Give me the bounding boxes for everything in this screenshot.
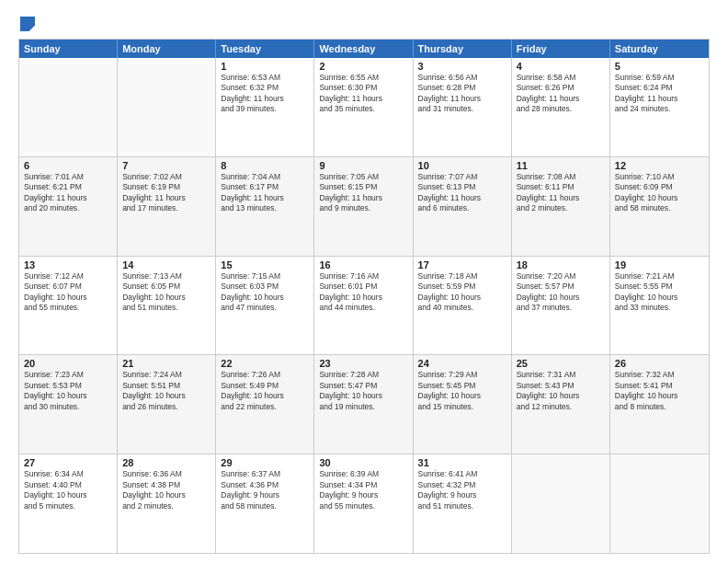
calendar-day-18: 18Sunrise: 7:20 AM Sunset: 5:57 PM Dayli… [512, 257, 610, 355]
calendar-day-21: 21Sunrise: 7:24 AM Sunset: 5:51 PM Dayli… [118, 355, 216, 454]
day-number: 31 [418, 457, 506, 468]
day-number: 3 [418, 61, 506, 72]
calendar-empty-cell [118, 58, 216, 156]
day-number: 14 [122, 259, 210, 270]
calendar-week-1: 1Sunrise: 6:53 AM Sunset: 6:32 PM Daylig… [19, 58, 709, 156]
calendar-day-2: 2Sunrise: 6:55 AM Sunset: 6:30 PM Daylig… [314, 58, 413, 156]
calendar-week-2: 6Sunrise: 7:01 AM Sunset: 6:21 PM Daylig… [19, 156, 709, 256]
day-info: Sunrise: 6:34 AM Sunset: 4:40 PM Dayligh… [24, 469, 112, 511]
day-number: 26 [615, 358, 704, 369]
day-info: Sunrise: 7:12 AM Sunset: 6:07 PM Dayligh… [24, 271, 112, 314]
calendar-day-9: 9Sunrise: 7:05 AM Sunset: 6:15 PM Daylig… [314, 157, 413, 256]
calendar-day-19: 19Sunrise: 7:21 AM Sunset: 5:55 PM Dayli… [610, 257, 709, 355]
logo-icon [20, 17, 35, 31]
calendar-day-24: 24Sunrise: 7:29 AM Sunset: 5:45 PM Dayli… [414, 355, 512, 454]
day-number: 9 [319, 160, 407, 171]
calendar-day-26: 26Sunrise: 7:32 AM Sunset: 5:41 PM Dayli… [610, 355, 709, 454]
day-number: 28 [122, 457, 210, 468]
calendar-day-23: 23Sunrise: 7:28 AM Sunset: 5:47 PM Dayli… [314, 355, 413, 454]
calendar-day-4: 4Sunrise: 6:58 AM Sunset: 6:26 PM Daylig… [512, 58, 610, 156]
day-info: Sunrise: 7:10 AM Sunset: 6:09 PM Dayligh… [615, 172, 704, 214]
calendar-day-12: 12Sunrise: 7:10 AM Sunset: 6:09 PM Dayli… [610, 157, 709, 256]
calendar-empty-cell [19, 58, 118, 156]
day-info: Sunrise: 6:39 AM Sunset: 4:34 PM Dayligh… [319, 469, 407, 511]
calendar-week-4: 20Sunrise: 7:23 AM Sunset: 5:53 PM Dayli… [19, 354, 709, 454]
day-info: Sunrise: 6:56 AM Sunset: 6:28 PM Dayligh… [418, 73, 506, 115]
day-number: 8 [221, 160, 309, 171]
page: SundayMondayTuesdayWednesdayThursdayFrid… [0, 0, 728, 563]
header [18, 17, 710, 31]
calendar-day-7: 7Sunrise: 7:02 AM Sunset: 6:19 PM Daylig… [118, 157, 216, 256]
day-info: Sunrise: 7:28 AM Sunset: 5:47 PM Dayligh… [319, 370, 407, 412]
day-number: 13 [24, 259, 112, 270]
calendar-day-5: 5Sunrise: 6:59 AM Sunset: 6:24 PM Daylig… [610, 58, 709, 156]
day-number: 5 [615, 61, 704, 72]
day-info: Sunrise: 7:32 AM Sunset: 5:41 PM Dayligh… [615, 370, 704, 412]
day-number: 10 [418, 160, 506, 171]
day-info: Sunrise: 7:18 AM Sunset: 5:59 PM Dayligh… [418, 271, 506, 314]
calendar-day-1: 1Sunrise: 6:53 AM Sunset: 6:32 PM Daylig… [216, 58, 314, 156]
calendar: SundayMondayTuesdayWednesdayThursdayFrid… [18, 39, 710, 554]
calendar-empty-cell [610, 454, 709, 553]
calendar-day-16: 16Sunrise: 7:16 AM Sunset: 6:01 PM Dayli… [314, 257, 413, 355]
calendar-week-3: 13Sunrise: 7:12 AM Sunset: 6:07 PM Dayli… [19, 256, 709, 355]
day-info: Sunrise: 7:15 AM Sunset: 6:03 PM Dayligh… [221, 271, 309, 314]
calendar-day-11: 11Sunrise: 7:08 AM Sunset: 6:11 PM Dayli… [512, 157, 610, 256]
day-number: 29 [221, 457, 309, 468]
calendar-day-8: 8Sunrise: 7:04 AM Sunset: 6:17 PM Daylig… [216, 157, 314, 256]
calendar-body: 1Sunrise: 6:53 AM Sunset: 6:32 PM Daylig… [19, 58, 709, 553]
day-info: Sunrise: 7:24 AM Sunset: 5:51 PM Dayligh… [122, 370, 210, 412]
header-day-tuesday: Tuesday [216, 40, 314, 58]
day-info: Sunrise: 6:36 AM Sunset: 4:38 PM Dayligh… [122, 469, 210, 511]
calendar-day-15: 15Sunrise: 7:15 AM Sunset: 6:03 PM Dayli… [216, 257, 314, 355]
header-day-sunday: Sunday [19, 40, 118, 58]
calendar-day-30: 30Sunrise: 6:39 AM Sunset: 4:34 PM Dayli… [314, 454, 413, 553]
logo [18, 17, 35, 31]
calendar-day-3: 3Sunrise: 6:56 AM Sunset: 6:28 PM Daylig… [414, 58, 512, 156]
calendar-day-27: 27Sunrise: 6:34 AM Sunset: 4:40 PM Dayli… [19, 454, 118, 553]
day-info: Sunrise: 7:20 AM Sunset: 5:57 PM Dayligh… [517, 271, 605, 314]
calendar-day-29: 29Sunrise: 6:37 AM Sunset: 4:36 PM Dayli… [216, 454, 314, 553]
day-number: 30 [319, 457, 407, 468]
day-number: 25 [517, 358, 605, 369]
header-day-monday: Monday [118, 40, 216, 58]
day-info: Sunrise: 7:13 AM Sunset: 6:05 PM Dayligh… [122, 271, 210, 314]
day-number: 21 [122, 358, 210, 369]
day-number: 22 [221, 358, 309, 369]
day-info: Sunrise: 7:01 AM Sunset: 6:21 PM Dayligh… [24, 172, 112, 214]
day-info: Sunrise: 6:55 AM Sunset: 6:30 PM Dayligh… [319, 73, 407, 115]
day-number: 1 [221, 61, 309, 72]
day-number: 24 [418, 358, 506, 369]
day-info: Sunrise: 6:37 AM Sunset: 4:36 PM Dayligh… [221, 469, 309, 511]
day-number: 6 [24, 160, 112, 171]
day-number: 19 [615, 259, 704, 270]
day-number: 2 [319, 61, 407, 72]
day-number: 4 [517, 61, 605, 72]
day-number: 17 [418, 259, 506, 270]
day-info: Sunrise: 6:58 AM Sunset: 6:26 PM Dayligh… [517, 73, 605, 115]
day-number: 7 [122, 160, 210, 171]
header-day-thursday: Thursday [414, 40, 512, 58]
header-day-saturday: Saturday [610, 40, 709, 58]
calendar-week-5: 27Sunrise: 6:34 AM Sunset: 4:40 PM Dayli… [19, 454, 709, 553]
calendar-day-25: 25Sunrise: 7:31 AM Sunset: 5:43 PM Dayli… [512, 355, 610, 454]
calendar-day-17: 17Sunrise: 7:18 AM Sunset: 5:59 PM Dayli… [414, 257, 512, 355]
calendar-day-31: 31Sunrise: 6:41 AM Sunset: 4:32 PM Dayli… [414, 454, 512, 553]
day-info: Sunrise: 7:05 AM Sunset: 6:15 PM Dayligh… [319, 172, 407, 214]
day-info: Sunrise: 7:02 AM Sunset: 6:19 PM Dayligh… [122, 172, 210, 214]
calendar-day-10: 10Sunrise: 7:07 AM Sunset: 6:13 PM Dayli… [414, 157, 512, 256]
day-info: Sunrise: 7:23 AM Sunset: 5:53 PM Dayligh… [24, 370, 112, 412]
day-number: 11 [517, 160, 605, 171]
calendar-day-22: 22Sunrise: 7:26 AM Sunset: 5:49 PM Dayli… [216, 355, 314, 454]
header-day-wednesday: Wednesday [314, 40, 413, 58]
day-info: Sunrise: 6:41 AM Sunset: 4:32 PM Dayligh… [418, 469, 506, 511]
day-info: Sunrise: 7:29 AM Sunset: 5:45 PM Dayligh… [418, 370, 506, 412]
day-info: Sunrise: 7:31 AM Sunset: 5:43 PM Dayligh… [517, 370, 605, 412]
day-info: Sunrise: 7:26 AM Sunset: 5:49 PM Dayligh… [221, 370, 309, 412]
calendar-day-20: 20Sunrise: 7:23 AM Sunset: 5:53 PM Dayli… [19, 355, 118, 454]
day-info: Sunrise: 7:07 AM Sunset: 6:13 PM Dayligh… [418, 172, 506, 214]
day-number: 16 [319, 259, 407, 270]
day-number: 15 [221, 259, 309, 270]
day-number: 18 [517, 259, 605, 270]
calendar-day-6: 6Sunrise: 7:01 AM Sunset: 6:21 PM Daylig… [19, 157, 118, 256]
